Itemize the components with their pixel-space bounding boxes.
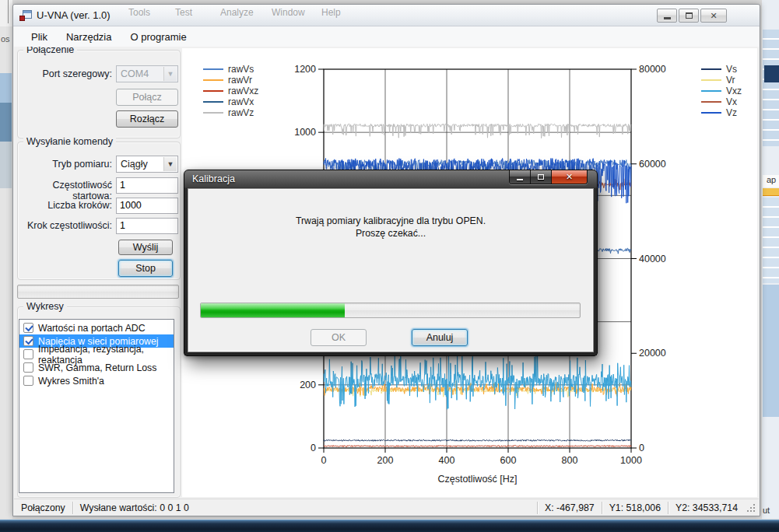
list-item-impedance[interactable]: Impedancja, rezystancja, reaktancja: [19, 348, 174, 361]
list-item-swr[interactable]: SWR, Gamma, Return Loss: [19, 361, 174, 374]
legend-label: rawVz: [228, 107, 254, 118]
progressbar-fill: [201, 303, 345, 317]
minimize-icon: [517, 179, 523, 180]
mode-label: Tryb pomiaru:: [19, 159, 112, 170]
charts-listbox[interactable]: Wartości na portach ADC Napięcia w sieci…: [19, 319, 174, 493]
dialog-body: Trwają pomiary kalibracyjne dla trybu OP…: [188, 188, 594, 352]
svg-text:400: 400: [439, 455, 455, 466]
svg-text:80000: 80000: [639, 64, 666, 75]
dialog-controls: ✕: [509, 170, 588, 184]
status-y1: Y1: 518,006: [602, 502, 668, 513]
mode-value: Ciągły: [121, 159, 148, 170]
legend-swatch: [701, 79, 721, 81]
screen: os ap ut Tools Test Analyze Window Help …: [0, 0, 779, 532]
resize-grip[interactable]: [745, 502, 757, 514]
background-left-darkblue: [0, 103, 12, 142]
menu-item-o-programie[interactable]: O programie: [122, 28, 194, 46]
close-button[interactable]: ✕: [700, 9, 727, 23]
background-left-top: [0, 0, 12, 26]
steps-field[interactable]: 1000: [116, 198, 178, 214]
background-left-blue: [0, 73, 12, 103]
legend-label: rawVs: [228, 64, 254, 75]
port-label: Port szeregowy:: [19, 68, 112, 79]
svg-text:0: 0: [321, 455, 327, 466]
legend-item: rawVx: [203, 96, 258, 107]
background-right-navy-block: [764, 65, 779, 82]
legend-item: rawVz: [203, 107, 258, 118]
close-icon: ✕: [710, 12, 717, 20]
app-icon: [19, 9, 32, 22]
legend-swatch: [203, 101, 223, 103]
dialog-message: Trwają pomiary kalibracyjne dla trybu OP…: [188, 215, 593, 240]
legend-raw: rawVs rawVr rawVxz rawVx rawVz: [203, 64, 258, 118]
window-titlebar[interactable]: U-VNA (ver. 1.0) ✕: [13, 5, 760, 26]
svg-text:200: 200: [377, 455, 394, 466]
legend-item: Vx: [701, 96, 742, 107]
side-progressbar: [17, 285, 179, 299]
legend-swatch: [203, 79, 223, 81]
legend-label: Vz: [726, 107, 737, 118]
ghost-menu-item: Test: [175, 7, 192, 18]
legend-label: rawVx: [228, 96, 254, 107]
background-right-blue-block: [763, 285, 779, 417]
dialog-message-line2: Proszę czekać...: [188, 227, 593, 240]
calibration-dialog: Kalibracja ✕ Trwają pomiary kalibracyjne…: [184, 170, 598, 356]
maximize-icon: [686, 12, 693, 19]
background-right-rows: [763, 30, 779, 146]
checkbox[interactable]: [23, 362, 33, 373]
send-button[interactable]: Wyślij: [118, 240, 173, 255]
menu-item-narzedzia[interactable]: Narzędzia: [58, 28, 120, 46]
legend-swatch: [701, 68, 721, 70]
chevron-down-icon: ▼: [163, 67, 177, 81]
legend-item: rawVxz: [203, 86, 258, 96]
checkbox[interactable]: [23, 349, 33, 359]
minimize-icon: [664, 17, 671, 19]
minimize-button[interactable]: [657, 9, 677, 23]
legend-swatch: [701, 112, 721, 114]
connect-button[interactable]: Połącz: [116, 89, 178, 106]
taskbar[interactable]: [0, 520, 779, 532]
checkbox[interactable]: [23, 323, 33, 333]
stop-button[interactable]: Stop: [118, 260, 173, 277]
serial-port-combobox[interactable]: COM4 ▼: [116, 65, 178, 82]
dialog-minimize-button[interactable]: [510, 170, 531, 184]
ok-button[interactable]: OK: [311, 329, 367, 346]
maximize-button[interactable]: [679, 9, 699, 23]
legend-label: rawVr: [228, 75, 252, 86]
maximize-icon: [538, 174, 544, 180]
freq-start-field[interactable]: 1: [116, 177, 178, 194]
list-item-adc[interactable]: Wartości na portach ADC: [19, 321, 174, 334]
cancel-button[interactable]: Anuluj: [412, 329, 468, 346]
freq-step-field[interactable]: 1: [116, 218, 178, 234]
freq-step-label: Krok częstotliwości:: [14, 220, 112, 231]
dialog-maximize-button[interactable]: [531, 170, 552, 184]
disconnect-button[interactable]: Rozłącz: [116, 110, 178, 128]
dialog-close-button[interactable]: ✕: [552, 170, 587, 184]
serial-port-value: COM4: [121, 68, 149, 79]
legend-label: Vr: [726, 75, 735, 86]
freq-start-label: Częstotliwość startowa:: [14, 180, 112, 201]
dialog-titlebar[interactable]: Kalibracja: [192, 173, 235, 184]
list-item-smith[interactable]: Wykres Smith'a: [19, 374, 174, 387]
mode-combobox[interactable]: Ciągły ▼: [116, 156, 178, 173]
list-item-label: SWR, Gamma, Return Loss: [38, 362, 156, 373]
background-text-fragment: os: [1, 34, 10, 44]
status-x: X: -467,987: [538, 502, 602, 513]
svg-text:200: 200: [300, 380, 316, 390]
legend-swatch: [701, 90, 721, 92]
steps-label: Liczba kroków:: [19, 200, 112, 211]
close-icon: ✕: [566, 173, 573, 181]
svg-text:20000: 20000: [639, 348, 666, 359]
calibration-progressbar: [200, 303, 581, 318]
menu-item-plik[interactable]: Plik: [23, 28, 55, 46]
svg-text:600: 600: [500, 455, 517, 466]
svg-text:800: 800: [562, 455, 578, 466]
checkbox[interactable]: [23, 336, 33, 346]
svg-text:1000: 1000: [294, 127, 316, 138]
status-sent-values: Wysłane wartości: 0 0 1 0: [73, 502, 196, 513]
status-connection: Połączony: [14, 502, 72, 513]
legend-swatch: [203, 68, 223, 70]
ghost-menu-item: Window: [272, 7, 305, 18]
checkbox[interactable]: [23, 376, 33, 386]
background-right-rows2: [763, 198, 779, 283]
